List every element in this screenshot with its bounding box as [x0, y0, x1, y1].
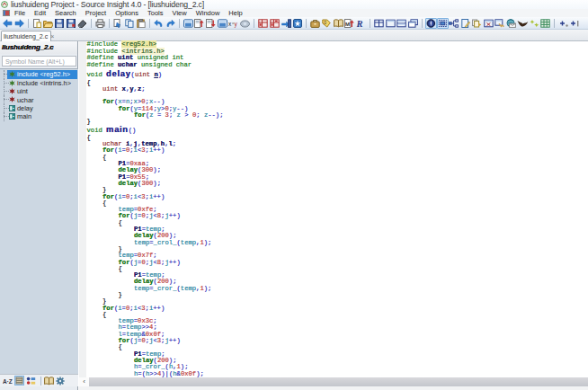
svg-text:A·Z: A·Z: [3, 378, 13, 385]
svg-text:R: R: [356, 19, 363, 28]
svg-text:y: y: [235, 20, 238, 27]
svg-text:0: 0: [325, 20, 327, 25]
svg-text:x: x: [228, 20, 232, 26]
svg-text:M: M: [345, 22, 350, 27]
